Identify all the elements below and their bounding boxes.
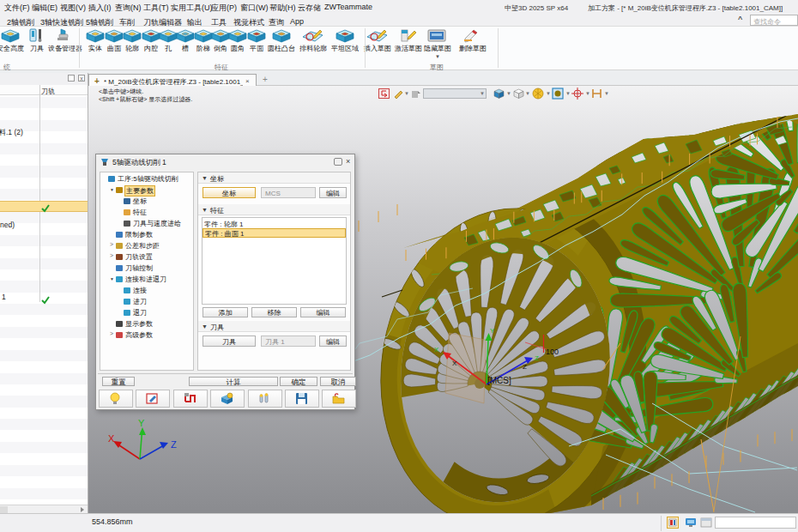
- svg-text:Z: Z: [171, 439, 177, 450]
- svg-text:Y: Y: [138, 418, 145, 428]
- svg-text:X: X: [452, 360, 457, 367]
- svg-text:X: X: [434, 346, 439, 354]
- svg-text:[MCS]: [MCS]: [487, 376, 511, 385]
- svg-text:Z: Z: [523, 363, 527, 371]
- svg-text:Y: Y: [490, 327, 495, 335]
- svg-text:X: X: [108, 433, 115, 444]
- svg-text:Z: Z: [535, 354, 539, 362]
- svg-text:100: 100: [546, 348, 559, 356]
